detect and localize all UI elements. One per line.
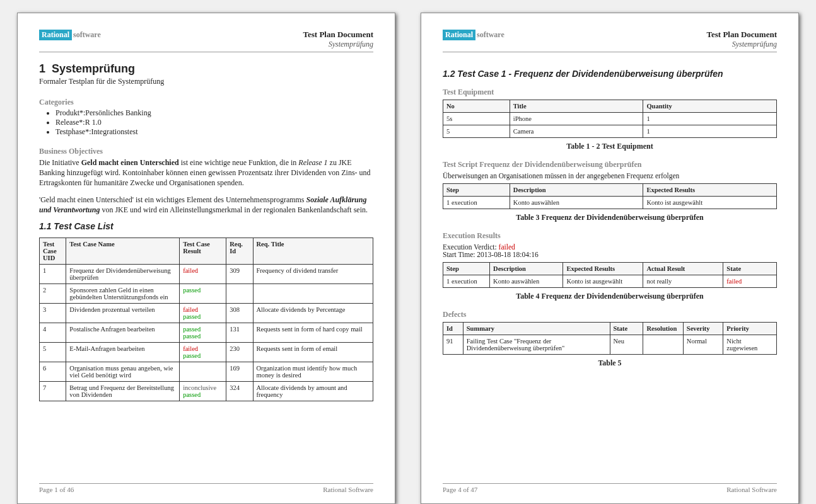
doc-title: Test Plan Document bbox=[303, 30, 373, 40]
page-footer: Page 1 of 46 Rational Software bbox=[39, 483, 373, 493]
page-number: Page 1 of 46 bbox=[39, 486, 74, 493]
cell-reqtitle: Frequency of dividend transfer bbox=[253, 264, 373, 284]
defects-heading: Defects bbox=[443, 310, 777, 319]
verdict-value: failed bbox=[499, 243, 515, 251]
cell-result: failed bbox=[180, 264, 226, 284]
result-value: passed bbox=[183, 391, 201, 398]
table-row: 3Dividenden prozentual verteilenfailedpa… bbox=[40, 303, 373, 323]
category-item: Release*:R 1.0 bbox=[55, 118, 373, 127]
col-state: State bbox=[723, 263, 777, 275]
result-value: failed bbox=[183, 345, 198, 352]
footer-company: Rational Software bbox=[323, 486, 373, 493]
test-script-table: Step Description Expected Results 1 exec… bbox=[443, 183, 777, 209]
execution-verdict: Execution Verdict: failed bbox=[443, 243, 777, 251]
col-name: Test Case Name bbox=[66, 238, 180, 264]
page-header: Rational software Test Plan Document Sys… bbox=[443, 30, 777, 52]
document-page-2: Rational software Test Plan Document Sys… bbox=[421, 13, 799, 504]
cell-reqid bbox=[226, 284, 253, 303]
table-row: 1Frequenz der Dividendenüberweisung über… bbox=[40, 264, 373, 284]
cell-result: failedpassed bbox=[180, 342, 226, 362]
result-value: passed bbox=[183, 333, 201, 340]
logo-rational: Rational bbox=[39, 30, 72, 40]
cell-reqtitle: Organization must identify how much mone… bbox=[253, 362, 373, 381]
col-state: State bbox=[610, 323, 643, 335]
cell-reqtitle: Requests sent in form of email bbox=[253, 342, 373, 362]
doc-title: Test Plan Document bbox=[707, 30, 777, 40]
section-number: 1 bbox=[39, 62, 45, 75]
cell-reqtitle: Allocate dividends by Percentage bbox=[253, 303, 373, 323]
cell-uid: 4 bbox=[40, 323, 66, 342]
cell-state: failed bbox=[723, 275, 777, 288]
doc-subtitle: Systemprüfung bbox=[707, 40, 777, 49]
page-header: Rational software Test Plan Document Sys… bbox=[39, 30, 373, 52]
cell-qty: 1 bbox=[643, 113, 777, 125]
cell-reqid: 324 bbox=[226, 381, 253, 401]
table-header-row: Step Description Expected Results bbox=[443, 184, 777, 197]
col-id: Id bbox=[443, 323, 463, 335]
test-script-caption: Table 3 Frequenz der Dividendenüberweisu… bbox=[443, 213, 777, 222]
col-reqtitle: Req. Title bbox=[253, 238, 373, 264]
cell-no: 5 bbox=[443, 125, 510, 138]
doc-title-block: Test Plan Document Systemprüfung bbox=[303, 30, 373, 49]
cell-reqtitle: Requests sent in form of hard copy mail bbox=[253, 323, 373, 342]
table-header-row: Step Description Expected Results Actual… bbox=[443, 263, 777, 275]
cell-name: Sponsoren zahlen Geld in einen gebündelt… bbox=[66, 284, 180, 303]
cell-name: Frequenz der Dividendenüberweisung überp… bbox=[66, 264, 180, 284]
cell-result bbox=[180, 362, 226, 381]
cell-state: Neu bbox=[610, 335, 643, 355]
page-footer: Page 4 of 47 Rational Software bbox=[443, 483, 777, 493]
col-uid: Test Case UID bbox=[40, 238, 66, 264]
cell-reqid: 308 bbox=[226, 303, 253, 323]
cell-name: Postalische Anfragen bearbeiten bbox=[66, 323, 180, 342]
test-script-heading: Test Script Frequenz der Dividendenüberw… bbox=[443, 160, 777, 169]
business-objectives-p2: 'Geld macht einen Unterschied' ist ein w… bbox=[39, 195, 373, 215]
section-subtitle: Formaler Testplan für die Systemprüfung bbox=[39, 77, 373, 86]
logo: Rational software bbox=[39, 30, 101, 40]
col-no: No bbox=[443, 100, 510, 113]
equipment-caption: Table 1 - 2 Test Equipment bbox=[443, 142, 777, 151]
result-value: passed bbox=[183, 352, 201, 359]
test-case-table: Test Case UID Test Case Name Test Case R… bbox=[39, 238, 373, 401]
table-row: 4Postalische Anfragen bearbeitenpassedpa… bbox=[40, 323, 373, 342]
cell-reqid: 309 bbox=[226, 264, 253, 284]
col-exp: Expected Results bbox=[563, 263, 643, 275]
cell-step: 1 execution bbox=[443, 197, 510, 209]
cell-desc: Konto auswählen bbox=[490, 275, 563, 288]
result-value: failed bbox=[726, 278, 742, 285]
execution-start-time: Start Time: 2013-08-18 18:04:16 bbox=[443, 251, 777, 258]
defects-caption: Table 5 bbox=[443, 358, 777, 368]
doc-title-block: Test Plan Document Systemprüfung bbox=[707, 30, 777, 49]
categories-list: Produkt*:Persönliches Banking Release*:R… bbox=[39, 108, 373, 137]
page-body: 1 Systemprüfung Formaler Testplan für di… bbox=[39, 62, 373, 483]
test-script-sub: Überweisungen an Organisationen müssen i… bbox=[443, 172, 777, 180]
cell-uid: 7 bbox=[40, 381, 66, 401]
col-exp: Expected Results bbox=[643, 184, 777, 197]
logo: Rational software bbox=[443, 30, 504, 40]
col-act: Actual Result bbox=[643, 263, 723, 275]
cell-qty: 1 bbox=[643, 125, 777, 138]
result-value: failed bbox=[183, 267, 198, 274]
col-summary: Summary bbox=[463, 323, 610, 335]
cell-step: 1 execution bbox=[443, 275, 490, 288]
result-value: passed bbox=[183, 287, 201, 294]
categories-heading: Categories bbox=[39, 98, 373, 107]
cell-uid: 2 bbox=[40, 284, 66, 303]
col-resolution: Resolution bbox=[643, 323, 683, 335]
table-header-row: Id Summary State Resolution Severity Pri… bbox=[443, 323, 777, 335]
category-item: Produkt*:Persönliches Banking bbox=[55, 108, 373, 118]
business-objectives-heading: Business Objectives bbox=[39, 147, 373, 156]
page-body: 1.2 Test Case 1 - Frequenz der Dividende… bbox=[443, 62, 777, 483]
cell-resolution bbox=[643, 335, 683, 355]
cell-reqtitle bbox=[253, 284, 373, 303]
col-step: Step bbox=[443, 263, 490, 275]
cell-name: E-Mail-Anfragen bearbeiten bbox=[66, 342, 180, 362]
cell-priority: Nicht zugewiesen bbox=[723, 335, 777, 355]
cell-no: 5s bbox=[443, 113, 510, 125]
table-row: 91Failing Test Case "Frequenz der Divide… bbox=[443, 335, 777, 355]
table-row: 1 executionKonto auswählenKonto ist ausg… bbox=[443, 275, 777, 288]
table-row: 5E-Mail-Anfragen bearbeitenfailedpassed2… bbox=[40, 342, 373, 362]
table-row: 1 executionKonto auswählenKonto ist ausg… bbox=[443, 197, 777, 209]
logo-software: software bbox=[73, 30, 101, 40]
cell-id: 91 bbox=[443, 335, 463, 355]
cell-title: Camera bbox=[510, 125, 643, 138]
